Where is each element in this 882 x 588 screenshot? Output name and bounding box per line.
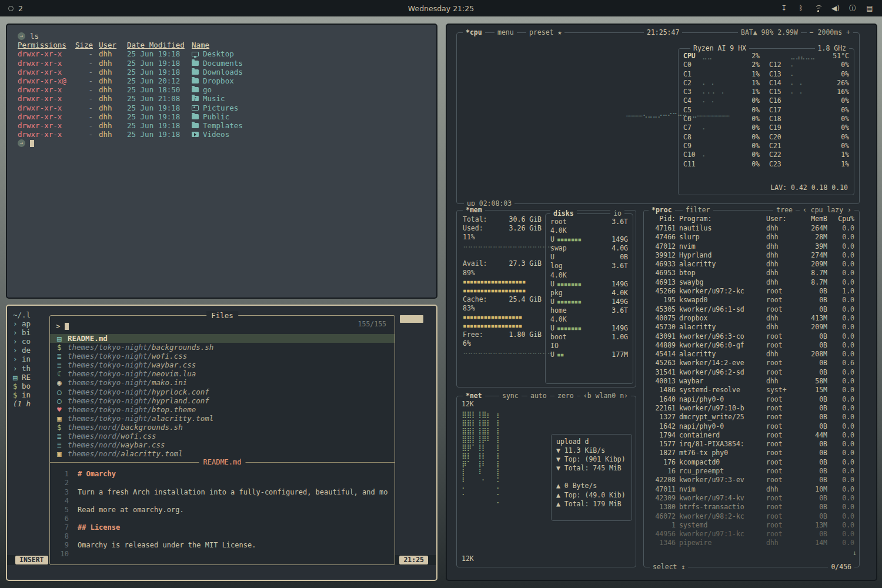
tray-bluetooth-icon[interactable]: ᛒ [797,4,805,12]
process-row[interactable]: 44956 kworker/u97:1-kc root 0B 0.0 [649,530,854,539]
process-row[interactable]: 45266 kworker/u97:2-kc root 0B 1.0 [649,287,854,296]
picker-item[interactable]: ≣themes/tokyo-night/wofi.css [50,352,395,360]
process-row[interactable]: 22161 kworker/u97:10-b root 0B 0.0 [649,404,854,413]
io-toggle[interactable]: io [610,209,624,218]
process-row[interactable]: 1642 napi/phy0-0 root 0B 0.0 [649,422,854,431]
picker-item[interactable]: $themes/tokyo-night/backgrounds.sh [50,343,395,352]
ls-row: drwxr-xr-x - dhh 25 Jun 18:50 go [18,85,436,94]
process-row[interactable]: 45263 kworker/14:2-eve root 0B 0.6 [649,359,854,368]
process-row[interactable]: 47012 nvim dhh 39M 0.0 [649,242,854,251]
file-tree-item[interactable]: $ in [13,390,51,399]
picker-item[interactable]: ▣themes/tokyo-night/alacritty.toml [50,414,395,423]
process-row[interactable]: 42208 kworker/u97:3-ev root 0B 0.0 [649,476,854,485]
net-sync-button[interactable]: sync [499,392,522,400]
process-row[interactable]: 47466 slurp dhh 28M 0.0 [649,233,854,242]
picker-item[interactable]: ≣themes/nord/waybar.css [50,440,395,449]
terminal-cursor[interactable] [30,140,34,147]
picker-item[interactable]: ○themes/tokyo-night/hyprlock.conf [50,387,395,396]
tray-download-icon[interactable]: ↧ [780,4,788,12]
file-type-icon: $ [57,343,68,352]
process-row[interactable]: 1380 btrfs-transactio root 0B 0.0 [649,503,854,512]
process-row[interactable]: 40013 waybar dhh 58M 0.0 [649,377,854,386]
scroll-down-icon[interactable]: ↓ [853,549,857,557]
date-modified: 25 Jun 19:18 [127,121,186,130]
process-row[interactable]: 45305 kworker/u96:1-sd root 0B 0.0 [649,305,854,314]
file-tree-item[interactable]: $ bo [13,382,51,390]
core-table: Ryzen AI 9 HX 1.8 GHz CPU ⣀⣀ 2% ⣀⣠⣄⣀⣀ 51… [678,48,854,195]
process-row[interactable]: 195 kswapd0 root 0B 0.0 [649,296,854,305]
picker-item[interactable]: ○themes/tokyo-night/hyprland.conf [50,396,395,405]
process-row[interactable]: 45414 alacritty dhh 208M 0.0 [649,350,854,359]
picker-item[interactable]: ≣themes/nord/wofi.css [50,432,395,440]
file-tree-item[interactable]: ▤ RE [13,373,51,382]
file-tree-item[interactable]: › de [13,346,51,355]
date-modified: 25 Jun 19:18 [127,68,186,76]
disks-panel-title[interactable]: disks [550,209,577,218]
menu-button[interactable]: menu [495,28,517,37]
core-row: C8 0% C20 0% [683,133,849,142]
picker-item[interactable]: ◉themes/tokyo-night/mako.ini [50,378,395,387]
picker-search-input[interactable]: > [56,320,389,332]
picker-item[interactable]: ▤README.md [50,334,395,343]
file-tree-item[interactable]: › bi [13,328,51,337]
process-row[interactable]: 46072 kworker/u98:2-kc root 0B 0.0 [649,512,854,521]
picker-item[interactable]: ▣themes/nord/alacritty.toml [50,449,395,458]
process-row[interactable]: 1640 napi/phy0-0 root 0B 0.0 [649,395,854,404]
process-row[interactable]: 46953 btop dhh 8.7M 0.0 [649,269,854,278]
process-row[interactable]: 1327 dmcrypt_write/25 root 0B 0.0 [649,413,854,422]
file-tree-item[interactable]: › co [13,337,51,346]
preset-button[interactable]: preset ★ [526,28,564,37]
core-row: C9 0% C21 0% [683,142,849,151]
workspace-indicator[interactable]: 2 [8,4,23,13]
tray-clipboard-icon[interactable]: ▤ [866,4,874,12]
process-row[interactable]: 176 kcompactd0 root 0B 0.0 [649,458,854,467]
disk-line: pkg 4.0K [550,289,628,298]
process-row[interactable]: 1 systemd root 13M 0.0 [649,521,854,530]
process-row[interactable]: 47011 nvim dhh 10M 0.0 [649,485,854,494]
process-row[interactable]: 47161 nautilus dhh 264M 0.0 [649,224,854,233]
sort-selector[interactable]: ‹ cpu lazy › [800,206,854,215]
file-tree-item[interactable]: › th [13,364,51,373]
scroll-indicator[interactable] [400,315,423,323]
file-tree-item[interactable]: › in [13,355,51,363]
cpu-panel-title[interactable]: *cpu [463,28,485,37]
process-row[interactable]: 46933 alacritty dhh 209M 0.0 [649,260,854,269]
picker-item[interactable]: $themes/nord/backgrounds.sh [50,423,395,432]
network-panel-title[interactable]: *net [463,392,485,400]
process-row[interactable]: 42309 kworker/u97:4-kv root 0B 0.0 [649,494,854,503]
net-auto-button[interactable]: auto [527,392,550,400]
picker-item[interactable]: ≣themes/tokyo-night/waybar.css [50,360,395,369]
process-row[interactable]: 1346 pipewire dhh 14M 0.0 [649,539,854,547]
process-row[interactable]: 16 rcu_preempt root 0B 0.0 [649,467,854,476]
tree-toggle[interactable]: tree [773,206,796,215]
tray-info-icon[interactable]: ⓘ [848,4,857,14]
permissions: drwxr-xr-x [18,49,67,58]
process-row[interactable]: 45730 alacritty dhh 209M 0.0 [649,323,854,332]
process-row[interactable]: 43091 kworker/u96:3-co root 0B 0.0 [649,332,854,341]
picker-item[interactable]: ♥themes/tokyo-night/btop.theme [50,405,395,414]
process-row[interactable]: 1827 mt76-tx phy0 root 0B 0.0 [649,449,854,457]
process-row[interactable]: 40075 dropbox dhh 413M 0.0 [649,314,854,323]
net-zero-button[interactable]: zero [554,392,577,400]
file-tree-item[interactable]: (1 h [13,399,51,408]
process-row[interactable]: 1577 irq/81-PIXA3854: root 0B 0.0 [649,440,854,449]
process-panel-title[interactable]: *proc [649,206,675,215]
core-row: C1 1% C13 ⠄ 0% [683,70,849,79]
process-row[interactable]: 1486 systemd-resolve syst+ 15M 0.0 [649,386,854,395]
tray-wifi-icon[interactable] [814,5,823,12]
net-interface-selector[interactable]: ‹b wlan0 n› [580,392,631,400]
process-row[interactable]: 1794 containerd root 44M 0.0 [649,431,854,440]
process-row[interactable]: 44889 kworker/u96:0-gf root 0B 0.0 [649,341,854,350]
file-tree-item-icon: › [13,355,22,363]
process-table-header[interactable]: Pid: Program: User: MemB Cpu% [649,215,854,223]
process-row[interactable]: 39912 Hyprland dhh 274M 0.0 [649,251,854,260]
process-row[interactable]: 31541 kworker/u96:2-sd root 0B 0.0 [649,368,854,377]
file-tree-item[interactable]: › ap [13,319,51,328]
filter-button[interactable]: filter [683,206,713,215]
update-interval-control[interactable]: − 2000ms + [807,28,853,37]
tray-volume-icon[interactable]: ◀) [831,4,840,12]
core-row: C10 ⠄ 0% C22 1% [683,151,849,159]
memory-panel-title[interactable]: *mem [463,206,485,215]
process-row[interactable]: 46913 swaybg dhh 8.7M 0.0 [649,278,854,287]
picker-item[interactable]: ☾themes/tokyo-night/neovim.lua [50,369,395,378]
